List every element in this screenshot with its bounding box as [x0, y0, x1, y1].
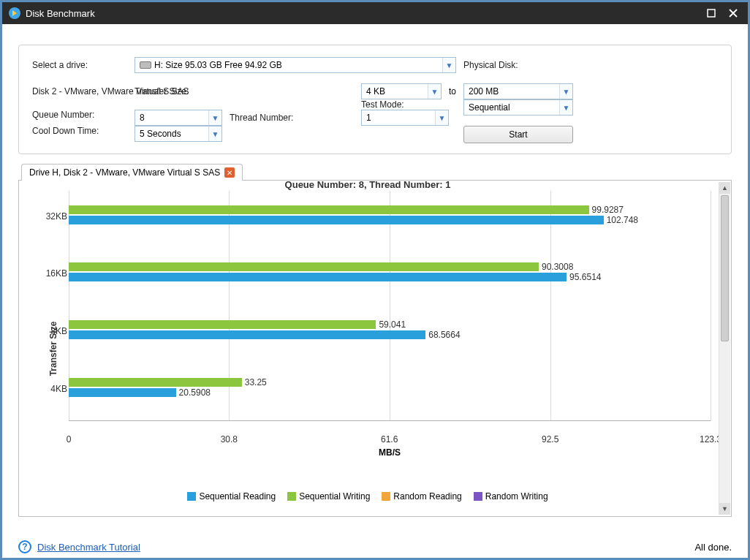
bar-seq-write: [69, 262, 539, 271]
tutorial-link[interactable]: Disk Benchmark Tutorial: [37, 542, 140, 553]
drive-select[interactable]: H: Size 95.03 GB Free 94.92 GB ▼: [135, 57, 456, 73]
bar-seq-write: [69, 205, 589, 214]
scroll-down-icon[interactable]: ▼: [719, 503, 730, 515]
results-tab[interactable]: Drive H, Disk 2 - VMware, VMware Virtual…: [21, 164, 243, 181]
start-button[interactable]: Start: [463, 126, 573, 143]
legend-seq-read: Sequential Reading: [187, 491, 276, 502]
legend-rand-read: Random Reading: [382, 491, 461, 502]
transfer-size-from-value: 4 KB: [362, 86, 428, 97]
chevron-down-icon[interactable]: ▼: [435, 110, 448, 125]
bar-seq-read: [69, 388, 176, 397]
tab-close-button[interactable]: ✕: [224, 167, 235, 178]
transfer-size-from-select[interactable]: 4 KB ▼: [361, 83, 442, 99]
cooldown-value: 5 Seconds: [135, 129, 208, 139]
y-category: 8KB: [45, 326, 67, 336]
chart-title: Queue Number: 8, Thread Number: 1: [19, 181, 716, 190]
x-tick: 0: [67, 434, 72, 444]
x-tick: 61.6: [381, 434, 398, 444]
legend-rand-write: Random Writing: [474, 491, 548, 502]
disk-icon: [140, 61, 151, 69]
chart-legend: Sequential Reading Sequential Writing Ra…: [19, 491, 716, 502]
y-category: 32KB: [45, 211, 67, 222]
bar-value-seq-read: 68.5664: [428, 330, 460, 340]
scroll-thumb[interactable]: [721, 195, 729, 341]
bar-value-seq-write: 99.9287: [592, 205, 624, 215]
chart-scrollbar[interactable]: ▲ ▼: [719, 182, 730, 515]
bar-value-seq-read: 20.5908: [179, 387, 211, 398]
window-title: Disk Benchmark: [26, 8, 95, 19]
drive-label: Select a drive:: [32, 60, 127, 70]
benchmark-chart: Queue Number: 8, Thread Number: 1 Transf…: [18, 181, 732, 517]
cooldown-label: Cool Down Time:: [32, 126, 127, 143]
chevron-down-icon[interactable]: ▼: [208, 110, 221, 125]
chevron-down-icon[interactable]: ▼: [428, 84, 441, 99]
test-mode-value: Sequential: [464, 102, 559, 113]
bar-seq-write: [69, 378, 242, 387]
chevron-down-icon[interactable]: ▼: [442, 58, 455, 72]
maximize-button[interactable]: [702, 4, 720, 22]
total-length-value: 200 MB: [464, 86, 559, 97]
bar-seq-read: [69, 273, 567, 281]
bar-value-seq-read: 102.748: [607, 215, 638, 225]
benchmark-settings-panel: Select a drive: H: Size 95.03 GB Free 94…: [18, 45, 732, 154]
physical-disk-label: Physical Disk:: [463, 60, 566, 70]
test-mode-select[interactable]: Sequential ▼: [463, 99, 573, 116]
x-tick: 92.5: [542, 434, 558, 444]
total-length-select[interactable]: 200 MB ▼: [463, 83, 573, 99]
bar-value-seq-read: 95.6514: [569, 272, 601, 282]
chevron-down-icon[interactable]: ▼: [559, 100, 572, 115]
close-button[interactable]: [724, 4, 742, 22]
bar-value-seq-write: 33.25: [245, 377, 267, 387]
tab-title: Drive H, Disk 2 - VMware, VMware Virtual…: [29, 167, 220, 178]
y-category: 4KB: [45, 384, 67, 394]
thread-number-value: 1: [362, 113, 435, 123]
app-icon: [8, 7, 21, 20]
svg-rect-1: [708, 10, 715, 17]
bar-value-seq-write: 90.3008: [542, 262, 573, 272]
queue-number-select[interactable]: 8 ▼: [135, 110, 222, 126]
chevron-down-icon[interactable]: ▼: [559, 84, 572, 99]
drive-select-value: H: Size 95.03 GB Free 94.92 GB: [154, 60, 442, 70]
help-icon[interactable]: ?: [18, 540, 31, 553]
chevron-down-icon[interactable]: ▼: [208, 126, 221, 141]
bar-seq-read: [69, 330, 425, 339]
cooldown-select[interactable]: 5 Seconds ▼: [135, 126, 222, 142]
scroll-up-icon[interactable]: ▲: [719, 182, 730, 194]
legend-seq-write: Sequential Writing: [287, 491, 370, 502]
chart-xlabel: MB/S: [69, 447, 711, 458]
y-category: 16KB: [45, 268, 67, 279]
bar-seq-read: [69, 216, 604, 224]
status-text: All done.: [694, 542, 732, 553]
queue-number-value: 8: [135, 113, 208, 123]
bar-value-seq-write: 59.041: [379, 319, 406, 330]
x-tick: 30.8: [221, 434, 238, 444]
bar-seq-write: [69, 320, 376, 329]
thread-number-select[interactable]: 1 ▼: [361, 110, 449, 126]
